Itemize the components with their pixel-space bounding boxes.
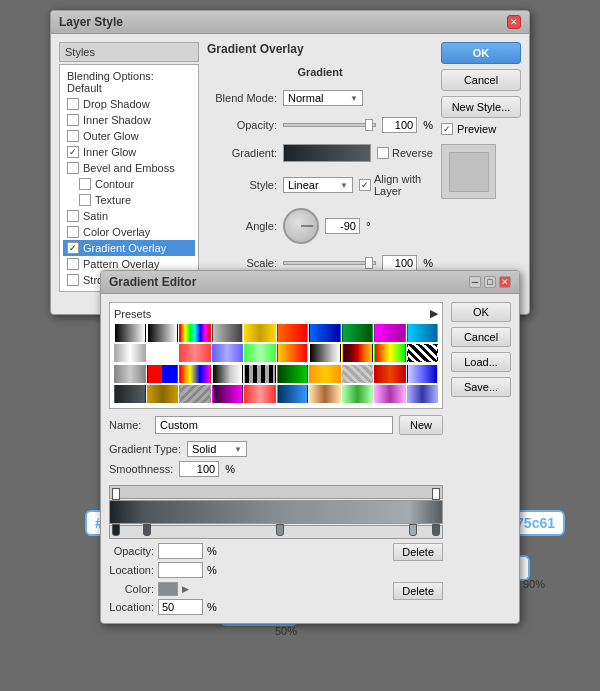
checkbox-texture[interactable] (79, 194, 91, 206)
opacity-stop-right[interactable] (432, 488, 440, 500)
checkbox-bevel-emboss[interactable] (67, 162, 79, 174)
preset-37[interactable] (309, 385, 341, 403)
preset-39[interactable] (374, 385, 406, 403)
preset-19[interactable] (374, 344, 406, 362)
presets-arrow[interactable]: ▶ (430, 307, 438, 320)
preset-28[interactable] (342, 365, 374, 383)
preset-32[interactable] (147, 385, 179, 403)
preset-33[interactable] (179, 385, 211, 403)
checkbox-preview[interactable] (441, 123, 453, 135)
preset-8[interactable] (342, 324, 374, 342)
ok-button[interactable]: OK (441, 42, 521, 64)
checkbox-inner-glow[interactable] (67, 146, 79, 158)
ge-maximize[interactable]: □ (484, 276, 496, 288)
preset-26[interactable] (277, 365, 309, 383)
blend-mode-dropdown[interactable]: Normal ▼ (283, 90, 363, 106)
preset-14[interactable] (212, 344, 244, 362)
cancel-button[interactable]: Cancel (441, 69, 521, 91)
style-item-satin[interactable]: Satin (63, 208, 195, 224)
opacity-slider[interactable] (283, 123, 376, 127)
checkbox-pattern-overlay[interactable] (67, 258, 79, 270)
style-item-drop-shadow[interactable]: Drop Shadow (63, 96, 195, 112)
preset-12[interactable] (147, 344, 179, 362)
style-item-texture[interactable]: Texture (63, 192, 195, 208)
preset-6[interactable] (277, 324, 309, 342)
checkbox-drop-shadow[interactable] (67, 98, 79, 110)
scale-slider[interactable] (283, 261, 376, 265)
stop-location-input[interactable] (158, 562, 203, 578)
checkbox-reverse[interactable] (377, 147, 389, 159)
preset-1[interactable] (114, 324, 146, 342)
ge-type-dropdown[interactable]: Solid ▼ (187, 441, 247, 457)
new-style-button[interactable]: New Style... (441, 96, 521, 118)
gradient-preview[interactable] (283, 144, 371, 162)
checkbox-color-overlay[interactable] (67, 226, 79, 238)
checkbox-inner-shadow[interactable] (67, 114, 79, 126)
scale-thumb[interactable] (365, 257, 373, 269)
close-button[interactable]: ✕ (507, 15, 521, 29)
preview-check[interactable]: Preview (441, 123, 521, 135)
ge-load-button[interactable]: Load... (451, 352, 511, 372)
preset-17[interactable] (309, 344, 341, 362)
color-location-input[interactable] (158, 599, 203, 615)
color-stop-0[interactable] (112, 524, 120, 536)
preset-40[interactable] (407, 385, 439, 403)
style-item-inner-glow[interactable]: Inner Glow (63, 144, 195, 160)
color-stop-10[interactable] (143, 524, 151, 536)
opacity-thumb[interactable] (365, 119, 373, 131)
preset-24[interactable] (212, 365, 244, 383)
preset-29[interactable] (374, 365, 406, 383)
style-item-outer-glow[interactable]: Outer Glow (63, 128, 195, 144)
preset-22[interactable] (147, 365, 179, 383)
ge-save-button[interactable]: Save... (451, 377, 511, 397)
preset-2[interactable] (147, 324, 179, 342)
ge-minimize[interactable]: ─ (469, 276, 481, 288)
style-item-contour[interactable]: Contour (63, 176, 195, 192)
preset-15[interactable] (244, 344, 276, 362)
style-item-inner-shadow[interactable]: Inner Shadow (63, 112, 195, 128)
color-stop-100[interactable] (432, 524, 440, 536)
style-item-gradient-overlay[interactable]: Gradient Overlay (63, 240, 195, 256)
checkbox-outer-glow[interactable] (67, 130, 79, 142)
color-delete-button[interactable]: Delete (393, 582, 443, 600)
style-item-bevel-emboss[interactable]: Bevel and Emboss (63, 160, 195, 176)
checkbox-stroke[interactable] (67, 274, 79, 286)
preset-11[interactable] (114, 344, 146, 362)
preset-4[interactable] (212, 324, 244, 342)
checkbox-gradient-overlay[interactable] (67, 242, 79, 254)
checkbox-contour[interactable] (79, 178, 91, 190)
preset-5[interactable] (244, 324, 276, 342)
preset-34[interactable] (212, 385, 244, 403)
preset-20[interactable] (407, 344, 439, 362)
align-layer-label[interactable]: Align with Layer (359, 173, 433, 197)
style-item-blending[interactable]: Blending Options: Default (63, 68, 195, 96)
ge-name-input[interactable] (155, 416, 393, 434)
style-dropdown[interactable]: Linear ▼ (283, 177, 353, 193)
preset-16[interactable] (277, 344, 309, 362)
preset-9[interactable] (374, 324, 406, 342)
opacity-stop-left[interactable] (112, 488, 120, 500)
preset-21[interactable] (114, 365, 146, 383)
ge-ok-button[interactable]: OK (451, 302, 511, 322)
preset-30[interactable] (407, 365, 439, 383)
checkbox-align-layer[interactable] (359, 179, 371, 191)
checkbox-satin[interactable] (67, 210, 79, 222)
angle-dial[interactable] (283, 208, 319, 244)
ge-close[interactable]: ✕ (499, 276, 511, 288)
ge-new-button[interactable]: New (399, 415, 443, 435)
reverse-check-label[interactable]: Reverse (377, 147, 433, 159)
color-swatch[interactable] (158, 582, 178, 596)
preset-25[interactable] (244, 365, 276, 383)
ge-smoothness-input[interactable] (179, 461, 219, 477)
preset-23[interactable] (179, 365, 211, 383)
opacity-delete-button[interactable]: Delete (393, 543, 443, 561)
preset-31[interactable] (114, 385, 146, 403)
color-stop-90[interactable] (409, 524, 417, 536)
preset-3[interactable] (179, 324, 211, 342)
preset-38[interactable] (342, 385, 374, 403)
preset-35[interactable] (244, 385, 276, 403)
stop-opacity-input[interactable] (158, 543, 203, 559)
preset-27[interactable] (309, 365, 341, 383)
preset-36[interactable] (277, 385, 309, 403)
preset-18[interactable] (342, 344, 374, 362)
